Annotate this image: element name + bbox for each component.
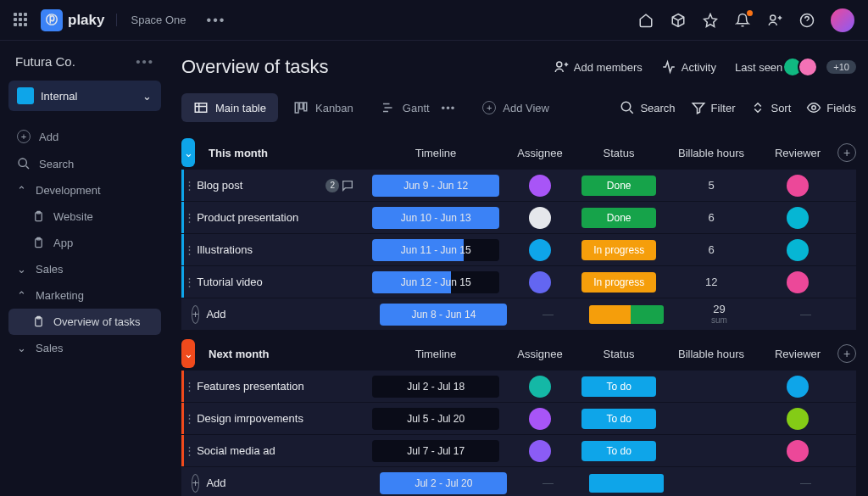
status-pill[interactable]: Done <box>581 176 656 196</box>
status-pill[interactable]: To do <box>581 376 656 397</box>
filter-button[interactable]: Filter <box>691 100 736 115</box>
group-collapse-button[interactable]: ⌄ <box>181 138 195 167</box>
group-name[interactable]: This month <box>195 147 364 159</box>
col-timeline[interactable]: Timeline <box>364 147 507 159</box>
drag-handle-icon[interactable]: ⋮ <box>184 211 195 224</box>
task-row[interactable]: ⋮ Features presentation Jul 2 - Jul 18 T… <box>181 371 856 402</box>
task-name[interactable]: Features presentation <box>197 380 303 393</box>
timeline-bar[interactable]: Jul 7 - Jul 17 <box>372 440 499 462</box>
col-status[interactable]: Status <box>573 147 665 159</box>
last-seen[interactable]: Last seen +10 <box>735 57 856 77</box>
workspace-menu-icon[interactable]: ••• <box>136 54 154 69</box>
col-timeline[interactable]: Timeline <box>364 348 507 360</box>
task-name[interactable]: Illustrations <box>197 243 253 256</box>
add-members-button[interactable]: Add members <box>554 59 643 75</box>
col-assignee[interactable]: Assignee <box>507 348 573 360</box>
assignee-avatar[interactable] <box>529 271 551 293</box>
drag-handle-icon[interactable]: ⋮ <box>184 412 195 425</box>
assignee-avatar[interactable] <box>529 239 551 261</box>
assignee-avatar[interactable] <box>529 175 551 197</box>
reviewer-avatar[interactable] <box>787 271 809 293</box>
box-icon[interactable] <box>670 12 687 29</box>
reviewer-avatar[interactable] <box>787 440 809 462</box>
add-view-button[interactable]: +Add View <box>470 94 561 121</box>
status-pill[interactable]: In progress <box>581 240 656 260</box>
invite-icon[interactable] <box>766 12 783 29</box>
status-pill[interactable]: In progress <box>581 272 656 293</box>
space-name[interactable]: Space One <box>116 14 186 26</box>
timeline-bar[interactable]: Jun 9 - Jun 12 <box>372 175 499 197</box>
col-hours[interactable]: Billable hours <box>665 348 758 360</box>
comment-icon[interactable]: 2 <box>326 179 354 192</box>
drag-handle-icon[interactable]: ⋮ <box>184 276 195 288</box>
activity-button[interactable]: Activity <box>661 59 716 75</box>
sort-button[interactable]: Sort <box>750 100 791 115</box>
add-column-button[interactable]: + <box>837 344 856 363</box>
timeline-bar[interactable]: Jun 11 - Jun 15 <box>372 239 499 261</box>
assignee-avatar[interactable] <box>529 207 551 229</box>
sidebar-add[interactable]: + Add <box>8 123 161 150</box>
hours-cell[interactable]: 6 <box>665 243 758 256</box>
group-name[interactable]: Next month <box>195 348 364 360</box>
hours-cell[interactable]: 12 <box>665 276 758 288</box>
reviewer-avatar[interactable] <box>787 175 809 197</box>
sidebar-group[interactable]: ⌃Marketing <box>8 282 161 309</box>
col-reviewer[interactable]: Reviewer <box>758 348 837 360</box>
task-name[interactable]: Social media ad <box>197 444 275 457</box>
assignee-avatar[interactable] <box>529 440 551 462</box>
star-icon[interactable] <box>702 12 719 29</box>
drag-handle-icon[interactable]: ⋮ <box>184 444 195 457</box>
add-column-button[interactable]: + <box>837 143 856 162</box>
status-pill[interactable]: Done <box>581 208 656 228</box>
task-name[interactable]: Design imrpovements <box>197 412 303 425</box>
task-row[interactable]: ⋮ Social media ad Jul 7 - Jul 17 To do <box>181 435 856 466</box>
reviewer-avatar[interactable] <box>787 239 809 261</box>
col-assignee[interactable]: Assignee <box>507 147 573 159</box>
space-selector[interactable]: Internal ⌄ <box>8 81 161 111</box>
status-pill[interactable]: To do <box>581 409 656 429</box>
reviewer-avatar[interactable] <box>787 408 809 430</box>
hours-cell[interactable]: 5 <box>665 179 758 192</box>
home-icon[interactable] <box>637 12 654 29</box>
task-row[interactable]: ⋮ Illustrations Jun 11 - Jun 15 In progr… <box>181 234 856 265</box>
add-task-row[interactable]: + Add Jun 8 - Jun 14 — 29sum — <box>181 298 856 330</box>
sidebar-search[interactable]: Search <box>8 150 161 177</box>
sidebar-group[interactable]: ⌃Development <box>8 177 161 203</box>
bell-icon[interactable] <box>734 12 751 29</box>
fields-button[interactable]: Fields <box>806 100 856 115</box>
user-avatar[interactable] <box>831 8 854 32</box>
help-icon[interactable] <box>798 12 815 29</box>
more-menu-icon[interactable]: ••• <box>207 13 226 28</box>
sidebar-board-item[interactable]: Website <box>8 203 161 230</box>
drag-handle-icon[interactable]: ⋮ <box>184 380 195 393</box>
view-gantt[interactable]: Gantt••• <box>369 93 467 122</box>
gantt-more-icon[interactable]: ••• <box>442 102 456 114</box>
task-name[interactable]: Product presentation <box>197 211 298 224</box>
apps-grid-icon[interactable] <box>14 13 29 28</box>
drag-handle-icon[interactable]: ⋮ <box>184 243 195 256</box>
task-row[interactable]: ⋮ Tutorial video Jun 12 - Jun 15 In prog… <box>181 266 856 298</box>
status-pill[interactable]: To do <box>581 441 656 461</box>
sidebar-board-item[interactable]: Overview of tasks <box>8 309 161 335</box>
col-status[interactable]: Status <box>573 348 665 360</box>
group-collapse-button[interactable]: ⌄ <box>181 339 195 368</box>
reviewer-avatar[interactable] <box>787 376 809 398</box>
timeline-bar[interactable]: Jul 5 - Jul 20 <box>372 408 499 430</box>
logo[interactable]: ⓟ plaky <box>41 9 104 31</box>
hours-cell[interactable]: 6 <box>665 211 758 224</box>
task-row[interactable]: ⋮ Product presentation Jun 10 - Jun 13 D… <box>181 202 856 233</box>
task-name[interactable]: Blog post <box>197 179 242 192</box>
task-row[interactable]: ⋮ Design imrpovements Jul 5 - Jul 20 To … <box>181 403 856 434</box>
sidebar-board-item[interactable]: App <box>8 230 161 256</box>
timeline-bar[interactable]: Jun 12 - Jun 15 <box>372 271 499 293</box>
sidebar-group[interactable]: ⌄Sales <box>8 256 161 282</box>
workspace-name[interactable]: Futura Co. <box>15 54 75 69</box>
reviewer-avatar[interactable] <box>787 207 809 229</box>
timeline-bar[interactable]: Jun 10 - Jun 13 <box>372 207 499 229</box>
assignee-avatar[interactable] <box>529 376 551 398</box>
task-name[interactable]: Tutorial video <box>197 276 263 288</box>
add-task-row[interactable]: + Add Jul 2 - Jul 20 — — <box>181 467 856 496</box>
view-main-table[interactable]: Main table <box>181 93 278 122</box>
sidebar-group[interactable]: ⌄Sales <box>8 335 161 361</box>
col-hours[interactable]: Billable hours <box>665 147 758 159</box>
